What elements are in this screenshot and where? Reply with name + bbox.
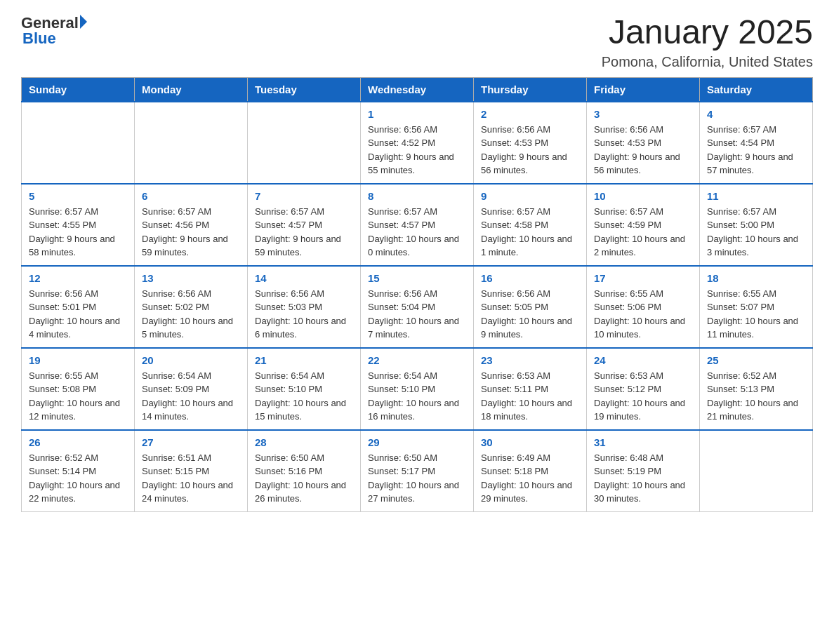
day-number: 10 [594, 190, 692, 202]
day-cell: 18Sunrise: 6:55 AMSunset: 5:07 PMDayligh… [700, 266, 813, 348]
day-number: 12 [29, 272, 127, 284]
day-number: 30 [481, 436, 579, 448]
day-info: Sunrise: 6:52 AMSunset: 5:14 PMDaylight:… [29, 451, 127, 506]
day-cell: 8Sunrise: 6:57 AMSunset: 4:57 PMDaylight… [361, 184, 474, 266]
day-info: Sunrise: 6:54 AMSunset: 5:10 PMDaylight:… [368, 369, 466, 424]
day-number: 5 [29, 190, 127, 202]
day-info: Sunrise: 6:56 AMSunset: 4:53 PMDaylight:… [594, 123, 692, 177]
day-number: 1 [368, 108, 466, 120]
day-cell: 2Sunrise: 6:56 AMSunset: 4:53 PMDaylight… [474, 102, 587, 184]
day-cell: 7Sunrise: 6:57 AMSunset: 4:57 PMDaylight… [248, 184, 361, 266]
day-number: 9 [481, 190, 579, 202]
day-info: Sunrise: 6:56 AMSunset: 5:05 PMDaylight:… [481, 287, 579, 342]
day-info: Sunrise: 6:57 AMSunset: 4:55 PMDaylight:… [29, 205, 127, 260]
day-cell: 24Sunrise: 6:53 AMSunset: 5:12 PMDayligh… [587, 348, 700, 430]
day-info: Sunrise: 6:51 AMSunset: 5:15 PMDaylight:… [142, 451, 240, 506]
day-number: 20 [142, 354, 240, 366]
day-number: 7 [255, 190, 353, 202]
day-cell: 11Sunrise: 6:57 AMSunset: 5:00 PMDayligh… [700, 184, 813, 266]
day-number: 8 [368, 190, 466, 202]
logo-arrow-icon [80, 15, 87, 29]
day-number: 17 [594, 272, 692, 284]
day-cell: 9Sunrise: 6:57 AMSunset: 4:58 PMDaylight… [474, 184, 587, 266]
page-header: General Blue January 2025 Pomona, Califo… [21, 14, 813, 70]
day-cell: 22Sunrise: 6:54 AMSunset: 5:10 PMDayligh… [361, 348, 474, 430]
day-cell: 12Sunrise: 6:56 AMSunset: 5:01 PMDayligh… [22, 266, 135, 348]
day-number: 28 [255, 436, 353, 448]
day-info: Sunrise: 6:56 AMSunset: 4:52 PMDaylight:… [368, 123, 466, 177]
day-info: Sunrise: 6:57 AMSunset: 4:56 PMDaylight:… [142, 205, 240, 260]
calendar-header-thursday: Thursday [474, 77, 587, 102]
day-info: Sunrise: 6:55 AMSunset: 5:08 PMDaylight:… [29, 369, 127, 424]
day-info: Sunrise: 6:57 AMSunset: 4:57 PMDaylight:… [255, 205, 353, 260]
week-row-5: 26Sunrise: 6:52 AMSunset: 5:14 PMDayligh… [22, 430, 813, 512]
day-info: Sunrise: 6:53 AMSunset: 5:12 PMDaylight:… [594, 369, 692, 424]
day-cell: 29Sunrise: 6:50 AMSunset: 5:17 PMDayligh… [361, 430, 474, 512]
day-number: 27 [142, 436, 240, 448]
calendar-header-wednesday: Wednesday [361, 77, 474, 102]
day-cell: 14Sunrise: 6:56 AMSunset: 5:03 PMDayligh… [248, 266, 361, 348]
day-number: 21 [255, 354, 353, 366]
day-cell: 27Sunrise: 6:51 AMSunset: 5:15 PMDayligh… [135, 430, 248, 512]
day-cell: 19Sunrise: 6:55 AMSunset: 5:08 PMDayligh… [22, 348, 135, 430]
day-number: 14 [255, 272, 353, 284]
day-cell: 25Sunrise: 6:52 AMSunset: 5:13 PMDayligh… [700, 348, 813, 430]
day-cell: 23Sunrise: 6:53 AMSunset: 5:11 PMDayligh… [474, 348, 587, 430]
day-info: Sunrise: 6:50 AMSunset: 5:17 PMDaylight:… [368, 451, 466, 506]
week-row-3: 12Sunrise: 6:56 AMSunset: 5:01 PMDayligh… [22, 266, 813, 348]
day-info: Sunrise: 6:52 AMSunset: 5:13 PMDaylight:… [707, 369, 805, 424]
calendar-header-row: SundayMondayTuesdayWednesdayThursdayFrid… [22, 77, 813, 102]
day-cell: 6Sunrise: 6:57 AMSunset: 4:56 PMDaylight… [135, 184, 248, 266]
day-number: 4 [707, 108, 805, 120]
day-info: Sunrise: 6:50 AMSunset: 5:16 PMDaylight:… [255, 451, 353, 506]
month-title: January 2025 [602, 14, 813, 51]
day-info: Sunrise: 6:56 AMSunset: 5:02 PMDaylight:… [142, 287, 240, 342]
day-cell: 10Sunrise: 6:57 AMSunset: 4:59 PMDayligh… [587, 184, 700, 266]
day-number: 24 [594, 354, 692, 366]
day-info: Sunrise: 6:57 AMSunset: 4:57 PMDaylight:… [368, 205, 466, 260]
day-cell: 28Sunrise: 6:50 AMSunset: 5:16 PMDayligh… [248, 430, 361, 512]
day-number: 29 [368, 436, 466, 448]
day-cell: 13Sunrise: 6:56 AMSunset: 5:02 PMDayligh… [135, 266, 248, 348]
calendar-header-monday: Monday [135, 77, 248, 102]
day-number: 18 [707, 272, 805, 284]
day-info: Sunrise: 6:54 AMSunset: 5:09 PMDaylight:… [142, 369, 240, 424]
location: Pomona, California, United States [602, 54, 813, 70]
day-info: Sunrise: 6:49 AMSunset: 5:18 PMDaylight:… [481, 451, 579, 506]
day-number: 25 [707, 354, 805, 366]
day-cell [135, 102, 248, 184]
day-cell: 3Sunrise: 6:56 AMSunset: 4:53 PMDaylight… [587, 102, 700, 184]
day-info: Sunrise: 6:55 AMSunset: 5:07 PMDaylight:… [707, 287, 805, 342]
calendar-header-friday: Friday [587, 77, 700, 102]
week-row-1: 1Sunrise: 6:56 AMSunset: 4:52 PMDaylight… [22, 102, 813, 184]
day-cell: 31Sunrise: 6:48 AMSunset: 5:19 PMDayligh… [587, 430, 700, 512]
day-number: 13 [142, 272, 240, 284]
day-number: 23 [481, 354, 579, 366]
logo-blue: Blue [22, 29, 87, 48]
day-cell: 1Sunrise: 6:56 AMSunset: 4:52 PMDaylight… [361, 102, 474, 184]
day-number: 26 [29, 436, 127, 448]
day-number: 16 [481, 272, 579, 284]
day-cell: 15Sunrise: 6:56 AMSunset: 5:04 PMDayligh… [361, 266, 474, 348]
day-number: 11 [707, 190, 805, 202]
day-info: Sunrise: 6:53 AMSunset: 5:11 PMDaylight:… [481, 369, 579, 424]
day-info: Sunrise: 6:55 AMSunset: 5:06 PMDaylight:… [594, 287, 692, 342]
day-info: Sunrise: 6:57 AMSunset: 5:00 PMDaylight:… [707, 205, 805, 260]
day-info: Sunrise: 6:48 AMSunset: 5:19 PMDaylight:… [594, 451, 692, 506]
day-cell: 21Sunrise: 6:54 AMSunset: 5:10 PMDayligh… [248, 348, 361, 430]
day-cell: 17Sunrise: 6:55 AMSunset: 5:06 PMDayligh… [587, 266, 700, 348]
day-cell: 5Sunrise: 6:57 AMSunset: 4:55 PMDaylight… [22, 184, 135, 266]
day-number: 31 [594, 436, 692, 448]
day-info: Sunrise: 6:54 AMSunset: 5:10 PMDaylight:… [255, 369, 353, 424]
day-cell [22, 102, 135, 184]
day-info: Sunrise: 6:56 AMSunset: 5:01 PMDaylight:… [29, 287, 127, 342]
day-info: Sunrise: 6:56 AMSunset: 5:03 PMDaylight:… [255, 287, 353, 342]
title-block: January 2025 Pomona, California, United … [602, 14, 813, 70]
day-number: 6 [142, 190, 240, 202]
day-info: Sunrise: 6:56 AMSunset: 4:53 PMDaylight:… [481, 123, 579, 177]
day-number: 15 [368, 272, 466, 284]
logo: General Blue [21, 14, 87, 48]
day-number: 19 [29, 354, 127, 366]
calendar-table: SundayMondayTuesdayWednesdayThursdayFrid… [21, 77, 813, 512]
day-number: 3 [594, 108, 692, 120]
